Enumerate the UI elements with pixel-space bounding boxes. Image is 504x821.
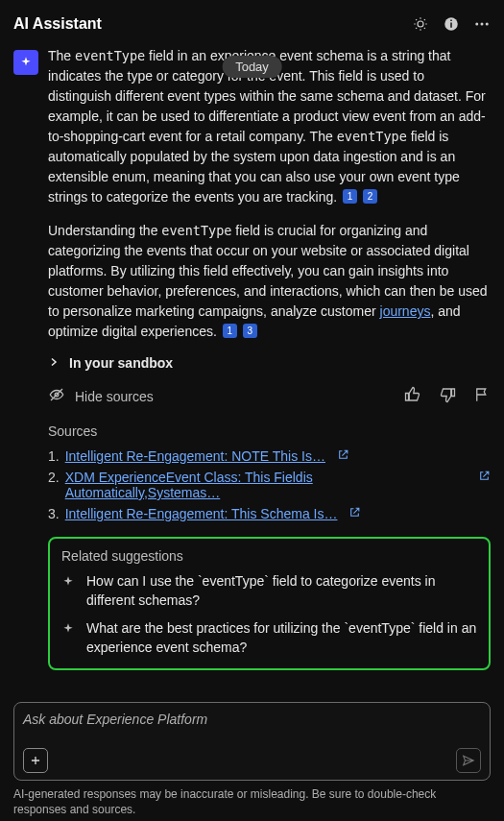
source-item: 2. XDM ExperienceEvent Class: This Field… — [48, 470, 491, 500]
reference-badge[interactable]: 1 — [343, 189, 357, 204]
source-number: 3. — [48, 506, 60, 521]
journeys-link[interactable]: journeys — [380, 303, 431, 319]
code: eventType — [337, 129, 407, 144]
related-suggestion[interactable]: How can I use the `eventType` field to c… — [61, 571, 477, 611]
disclaimer-text: AI-generated responses may be inaccurate… — [13, 786, 491, 817]
source-link[interactable]: Intelligent Re-Engagement: This Schema I… — [65, 506, 338, 521]
suggestion-text: How can I use the `eventType` field to c… — [86, 571, 477, 611]
source-link[interactable]: XDM ExperienceEvent Class: This Fieldis … — [65, 470, 467, 500]
flag-icon[interactable] — [473, 386, 491, 406]
svg-rect-2 — [450, 23, 452, 28]
reference-badge[interactable]: 1 — [223, 324, 237, 338]
source-number: 1. — [48, 448, 60, 464]
external-link-icon[interactable] — [348, 506, 361, 521]
assistant-message: The eventType field in an experience eve… — [13, 46, 491, 670]
related-title: Related suggestions — [61, 548, 477, 564]
more-icon[interactable] — [473, 15, 491, 33]
reference-badge[interactable]: 2 — [363, 189, 377, 204]
svg-point-4 — [475, 23, 478, 26]
related-suggestions-box: Related suggestions How can I use the `e… — [48, 537, 491, 670]
source-item: 3. Intelligent Re-Engagement: This Schem… — [48, 506, 491, 521]
idea-icon[interactable] — [412, 15, 429, 33]
reference-badge[interactable]: 3 — [243, 324, 257, 338]
content-area: Today The eventType field in an experien… — [0, 46, 504, 689]
send-button[interactable] — [456, 748, 481, 773]
message-body: The eventType field in an experience eve… — [48, 46, 491, 670]
sources-title: Sources — [48, 423, 491, 439]
svg-point-6 — [486, 23, 489, 26]
source-list: 1. Intelligent Re-Engagement: NOTE This … — [48, 448, 491, 521]
bottom-area: Ask about Experience Platform AI-generat… — [0, 701, 504, 821]
external-link-icon[interactable] — [337, 448, 349, 464]
chat-input[interactable]: Ask about Experience Platform — [13, 702, 491, 781]
add-button[interactable] — [23, 748, 48, 773]
in-your-sandbox-toggle[interactable]: In your sandbox — [48, 355, 491, 371]
external-link-icon[interactable] — [478, 470, 491, 485]
response-paragraph-2: Understanding the eventType field is cru… — [48, 221, 491, 342]
thumbs-down-icon[interactable] — [439, 386, 456, 406]
eye-off-icon — [48, 386, 65, 406]
svg-rect-3 — [450, 20, 452, 22]
code: eventType — [161, 223, 231, 238]
source-link[interactable]: Intelligent Re-Engagement: NOTE This Is… — [65, 448, 325, 464]
related-suggestion[interactable]: What are the best practices for utilizin… — [61, 618, 477, 658]
source-item: 1. Intelligent Re-Engagement: NOTE This … — [48, 448, 491, 464]
svg-point-5 — [481, 23, 484, 26]
header-actions — [412, 15, 491, 33]
thumbs-up-icon[interactable] — [404, 386, 421, 406]
input-placeholder: Ask about Experience Platform — [23, 712, 481, 727]
suggestion-text: What are the best practices for utilizin… — [86, 618, 477, 658]
avatar — [13, 50, 38, 75]
sparkle-icon — [61, 574, 77, 593]
source-controls-row: Hide sources — [48, 386, 491, 406]
text: The — [48, 48, 75, 63]
hide-sources-button[interactable]: Hide sources — [48, 386, 154, 406]
text: Understanding the — [48, 223, 161, 238]
sandbox-label: In your sandbox — [69, 355, 173, 371]
info-icon[interactable] — [443, 15, 460, 33]
sparkle-icon — [61, 621, 77, 640]
input-controls — [23, 748, 481, 773]
source-number: 2. — [48, 470, 60, 485]
svg-point-0 — [418, 21, 423, 27]
date-pill: Today — [222, 56, 282, 78]
hide-sources-label: Hide sources — [75, 389, 154, 404]
feedback-icons — [404, 386, 491, 406]
header: AI Assistant — [0, 0, 504, 46]
code: eventType — [75, 48, 145, 63]
chevron-right-icon — [48, 355, 60, 371]
app-title: AI Assistant — [13, 15, 102, 33]
